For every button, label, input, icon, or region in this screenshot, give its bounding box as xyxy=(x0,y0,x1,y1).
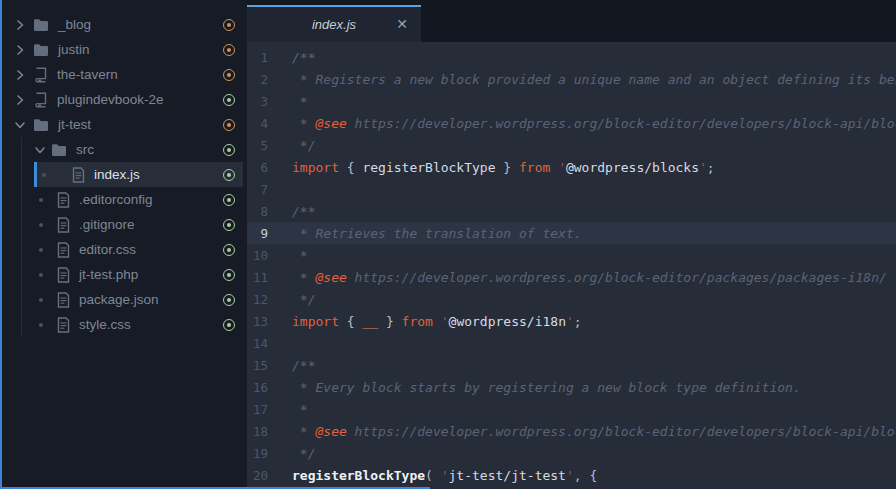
file-icon xyxy=(57,192,70,208)
tree-item-package-json[interactable]: package.json xyxy=(2,287,247,312)
file-icon-wrap xyxy=(57,317,70,333)
chevron-right-wrap xyxy=(12,92,28,108)
code-line[interactable]: 18 * @see https://developer.wordpress.or… xyxy=(247,420,896,442)
tree-item-plugindevbook-2e[interactable]: plugindevbook-2e xyxy=(2,87,247,112)
tree-item-justin[interactable]: justin xyxy=(2,37,247,62)
code-line-current[interactable]: 9 * Retrieves the translation of text. xyxy=(247,222,896,244)
code-line[interactable]: 20registerBlockType( 'jt-test/jt-test', … xyxy=(247,464,896,486)
code-line[interactable]: 3 * xyxy=(247,90,896,112)
chevron-down-icon[interactable] xyxy=(12,117,28,133)
line-number: 9 xyxy=(247,226,292,241)
line-source: * xyxy=(292,248,896,263)
file-icon xyxy=(57,242,70,258)
code-token: jt-test/jt-test xyxy=(449,468,566,483)
dot-icon xyxy=(39,273,43,277)
watch-target-icon[interactable] xyxy=(222,43,236,57)
item-dot-icon xyxy=(33,242,49,258)
code-token: ' xyxy=(441,314,449,329)
code-token: __ xyxy=(362,314,378,329)
tree-item-index-js[interactable]: index.js xyxy=(34,162,243,187)
chevron-right-icon[interactable] xyxy=(12,42,28,58)
code-token: import xyxy=(292,314,339,329)
code-line[interactable]: 13import { __ } from '@wordpress/i18n'; xyxy=(247,310,896,332)
code-token: /** xyxy=(292,50,315,65)
tree-item-style-css[interactable]: style.css xyxy=(2,312,247,337)
code-line[interactable]: 5 */ xyxy=(247,134,896,156)
chevron-right-wrap xyxy=(12,42,28,58)
code-line[interactable]: 6import { registerBlockType } from '@wor… xyxy=(247,156,896,178)
tab-index-js[interactable]: index.js ✕ xyxy=(247,5,421,42)
target-dot xyxy=(227,248,232,253)
target-ring xyxy=(223,19,235,31)
tree-item-label: index.js xyxy=(94,167,140,182)
tree-item-jt-test[interactable]: jt-test xyxy=(2,112,247,137)
close-icon[interactable]: ✕ xyxy=(396,16,408,32)
target-dot xyxy=(227,173,232,178)
line-number: 11 xyxy=(247,270,292,285)
watch-target-icon[interactable] xyxy=(222,243,236,257)
chevron-right-icon[interactable] xyxy=(12,67,28,83)
code-token: */ xyxy=(292,446,315,461)
code-line[interactable]: 14 xyxy=(247,332,896,354)
code-line[interactable]: 15/** xyxy=(247,354,896,376)
watch-target-icon[interactable] xyxy=(222,293,236,307)
repo-icon xyxy=(33,67,48,83)
code-token: */ xyxy=(292,292,315,307)
watch-target-icon[interactable] xyxy=(222,143,236,157)
chevron-right-icon[interactable] xyxy=(12,17,28,33)
code-line[interactable]: 8/** xyxy=(247,200,896,222)
code-line[interactable]: 10 * xyxy=(247,244,896,266)
watch-target-icon[interactable] xyxy=(222,118,236,132)
code-line[interactable]: 7 xyxy=(247,178,896,200)
code-token: registerBlockType xyxy=(362,160,495,175)
target-ring xyxy=(223,319,235,331)
dot-icon xyxy=(42,173,46,177)
code-token: * xyxy=(292,248,308,263)
file-icon xyxy=(72,167,85,183)
line-source: */ xyxy=(292,138,896,153)
tree-item-the-tavern[interactable]: the-tavern xyxy=(2,62,247,87)
code-token: /** xyxy=(292,204,315,219)
code-line[interactable]: 19 */ xyxy=(247,442,896,464)
code-token: * Every block starts by registering a ne… xyxy=(292,380,801,395)
watch-target-icon[interactable] xyxy=(222,68,236,82)
watch-target-icon[interactable] xyxy=(222,268,236,282)
watch-target-icon[interactable] xyxy=(222,93,236,107)
watch-target-icon[interactable] xyxy=(222,218,236,232)
code-editor[interactable]: 1/**2 * Registers a new block provided a… xyxy=(247,42,896,489)
code-token: from xyxy=(402,314,433,329)
code-line[interactable]: 11 * @see https://developer.wordpress.or… xyxy=(247,266,896,288)
chevron-down-icon[interactable] xyxy=(32,142,48,158)
tree-item-jt-test-php[interactable]: jt-test.php xyxy=(2,262,247,287)
tree-item-editor-css[interactable]: editor.css xyxy=(2,237,247,262)
repo-icon-wrap xyxy=(33,67,48,83)
watch-target-icon[interactable] xyxy=(222,318,236,332)
line-number: 3 xyxy=(247,94,292,109)
code-line[interactable]: 17 * xyxy=(247,398,896,420)
code-line[interactable]: 12 */ xyxy=(247,288,896,310)
code-line[interactable]: 2 * Registers a new block provided a uni… xyxy=(247,68,896,90)
chevron-right-icon[interactable] xyxy=(12,92,28,108)
tree-item-editorconfig[interactable]: .editorconfig xyxy=(2,187,247,212)
tree-item-label: src xyxy=(76,142,94,157)
target-ring xyxy=(223,144,235,156)
code-token: /** xyxy=(292,358,315,373)
tree-item-label: jt-test xyxy=(58,117,91,132)
code-line[interactable]: 1/** xyxy=(247,46,896,68)
code-line[interactable]: 4 * @see https://developer.wordpress.org… xyxy=(247,112,896,134)
target-dot xyxy=(227,148,232,153)
tree-item-src[interactable]: src xyxy=(2,137,247,162)
folder-icon xyxy=(33,43,49,57)
watch-target-icon[interactable] xyxy=(222,193,236,207)
chevron-down-wrap xyxy=(32,142,48,158)
line-number: 15 xyxy=(247,358,292,373)
file-icon-wrap xyxy=(72,167,85,183)
code-line[interactable]: 16 * Every block starts by registering a… xyxy=(247,376,896,398)
chevron-down-wrap xyxy=(12,117,28,133)
watch-target-icon[interactable] xyxy=(222,18,236,32)
tree-item-blog[interactable]: _blog xyxy=(2,12,247,37)
tree-item-gitignore[interactable]: .gitignore xyxy=(2,212,247,237)
watch-target-icon[interactable] xyxy=(222,168,236,182)
code-token: ' xyxy=(441,468,449,483)
code-token: from xyxy=(519,160,550,175)
